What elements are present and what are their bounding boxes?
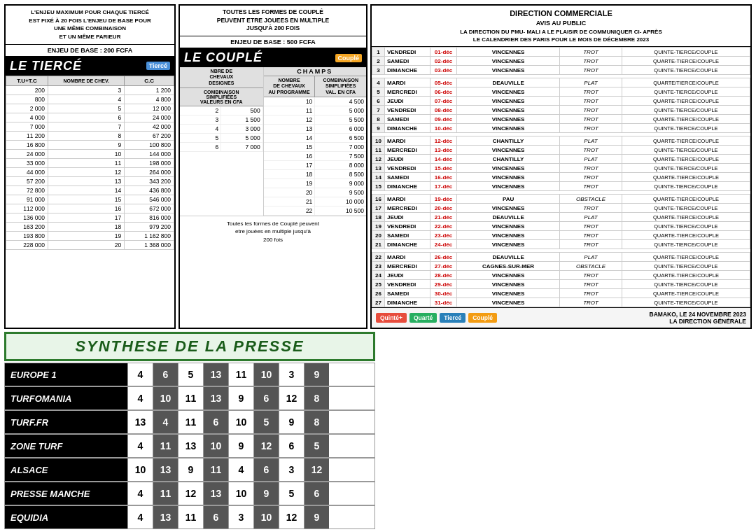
- table-cell: 14: [264, 134, 316, 142]
- table-cell: 3: [48, 85, 124, 94]
- table-cell: DEAUVILLE: [457, 253, 560, 262]
- table-cell: VINCENNES: [457, 66, 560, 75]
- table-cell: 06-déc: [430, 88, 457, 97]
- table-cell: 7 000: [315, 143, 366, 151]
- table-cell: SAMEDI: [385, 57, 430, 66]
- bottom-panels: SYNTHESE DE LA PRESSE EUROPE 14651311103…: [4, 332, 752, 529]
- table-cell: 20: [264, 188, 316, 197]
- table-cell: TROT: [560, 97, 622, 106]
- table-cell: 17: [48, 213, 124, 222]
- table-row: 13VENDREDI15-décVINCENNESTROTQUINTE-TIER…: [372, 164, 750, 173]
- list-item: 209 500: [264, 188, 366, 197]
- main-container: L'ENJEU MAXIMUM POUR CHAQUE TIERCÉ EST F…: [0, 0, 756, 532]
- list-item: 2500: [180, 106, 263, 115]
- press-number: 10: [253, 506, 279, 528]
- table-row: 18JEUDI21-décDEAUVILLEPLATQUARTE-TIERCE/…: [372, 213, 750, 222]
- table-cell: MARDI: [385, 195, 430, 204]
- table-row: 21DIMANCHE24-décVINCENNESTROTQUINTE-TIER…: [372, 240, 750, 249]
- press-number: 10: [228, 411, 253, 433]
- couple-header: TOUTES LES FORMES DE COUPLÉ PEUVENT ETRE…: [180, 6, 366, 36]
- press-number: 9: [253, 482, 279, 505]
- table-cell: 816 000: [125, 213, 174, 222]
- table-cell: QUINTE-TIERCE/COUPLE: [622, 66, 750, 75]
- table-cell: TROT: [560, 240, 622, 249]
- table-cell: PLAT: [560, 136, 622, 146]
- table-row: 4MARDI05-décDEAUVILLEPLATQUARTE/TIERCE/C…: [372, 78, 750, 88]
- table-cell: 11: [264, 106, 316, 115]
- table-row: 19VENDREDI22-décVINCENNESTROTQUINTE-TIER…: [372, 222, 750, 231]
- synthese-box: SYNTHESE DE LA PRESSE: [4, 332, 375, 361]
- table-cell: 5: [180, 134, 221, 142]
- table-cell: 6 000: [315, 125, 366, 133]
- table-cell: DIMANCHE: [385, 124, 430, 133]
- table-row: 25VENDREDI29-décVINCENNESTROTQUINTE-TIER…: [372, 280, 750, 289]
- table-cell: 9 500: [315, 188, 366, 197]
- tierc-header: L'ENJEU MAXIMUM POUR CHAQUE TIERCÉ EST F…: [6, 6, 174, 45]
- couple-val-header: COMBINAISONSIMPLIFIÉESVAL. EN CFA: [315, 76, 366, 97]
- table-cell: DIMANCHE: [385, 298, 430, 307]
- table-cell: 14: [48, 186, 124, 195]
- table-cell: 19: [264, 179, 316, 188]
- table-cell: 10: [372, 136, 385, 146]
- table-cell: 19-déc: [430, 195, 457, 204]
- table-cell: 7 000: [221, 143, 262, 151]
- table-cell: 800: [6, 94, 48, 104]
- table-cell: QUARTE-TIERCE/COUPLE: [622, 213, 750, 222]
- table-cell: QUARTE-TIERCE/COUPLE: [622, 195, 750, 204]
- synthese-title: SYNTHESE DE LA PRESSE: [75, 337, 304, 355]
- table-cell: CHANTILLY: [457, 155, 560, 164]
- table-row: 15DIMANCHE17-décVINCENNESTROTQUINTE-TIER…: [372, 182, 750, 191]
- table-cell: 21: [264, 197, 316, 206]
- table-cell: VENDREDI: [385, 222, 430, 231]
- table-cell: 6: [372, 97, 385, 106]
- table-cell: 26-déc: [430, 253, 457, 262]
- press-number: 10: [127, 458, 153, 481]
- table-cell: VINCENNES: [457, 298, 560, 307]
- table-cell: 01-déc: [430, 48, 457, 57]
- press-section: SYNTHESE DE LA PRESSE EUROPE 14651311103…: [4, 332, 375, 529]
- table-cell: QUINTE-TIERCE/COUPLE: [622, 240, 750, 249]
- press-number: 13: [203, 482, 228, 505]
- press-number: 13: [203, 363, 228, 386]
- table-cell: 57 200: [6, 176, 48, 186]
- press-number: 12: [178, 482, 203, 505]
- table-cell: 8 000: [315, 161, 366, 169]
- table-cell: 12: [372, 155, 385, 164]
- press-number: 4: [127, 506, 153, 528]
- table-cell: TROT: [560, 280, 622, 289]
- table-cell: VINCENNES: [457, 280, 560, 289]
- press-number: 3: [279, 458, 304, 481]
- couple-enjeu: ENJEU DE BASE : 500 FCFA: [180, 36, 366, 48]
- couple-nbre-header: NBRE DECHEVAUXDESIGNES: [180, 67, 263, 88]
- table-cell: 1 500: [221, 115, 262, 124]
- couple-sub-headers: NOMBREDE CHEVAUXAU PROGRAMME COMBINAISON…: [264, 76, 366, 97]
- table-cell: 1 368 000: [125, 240, 174, 249]
- direction-desc2: LE CALENDRIER DES PARIS POUR LE MOIS DE …: [374, 36, 748, 43]
- table-row: 17MERCREDI20-décVINCENNESTROTQUINTE-TIER…: [372, 204, 750, 213]
- direction-panel: DIRECTION COMMERCIALE AVIS AU PUBLIC LA …: [370, 4, 752, 329]
- list-item: 146 500: [264, 134, 366, 143]
- table-cell: TROT: [560, 88, 622, 97]
- table-cell: MERCREDI: [385, 262, 430, 271]
- table-cell: 12 000: [125, 104, 174, 113]
- table-row: 1VENDREDI01-décVINCENNESTROTQUINTE-TIERC…: [372, 48, 750, 57]
- table-cell: 20: [48, 240, 124, 249]
- list-item: 125 500: [264, 115, 366, 125]
- table-cell: 13-déc: [430, 146, 457, 155]
- champs-header: CHAMPS: [264, 67, 366, 76]
- couple-footer: Toutes les formes de Couplé peuvent etre…: [180, 216, 366, 247]
- top-row: L'ENJEU MAXIMUM POUR CHAQUE TIERCÉ EST F…: [4, 4, 752, 329]
- table-cell: QUINTE-TIERCE/COUPLE: [622, 222, 750, 231]
- press-number: 9: [228, 387, 253, 410]
- direction-date: BAMAKO, LE 24 NOVEMBRE 2023 LA DIRECTION…: [650, 311, 746, 325]
- table-cell: 72 800: [6, 186, 48, 195]
- table-cell: 3 000: [221, 125, 262, 133]
- table-cell: 31-déc: [430, 298, 457, 307]
- table-cell: VINCENNES: [457, 88, 560, 97]
- table-cell: VENDREDI: [385, 48, 430, 57]
- table-cell: 144 000: [125, 149, 174, 158]
- table-cell: 672 000: [125, 204, 174, 213]
- table-row: 14SAMEDI16-décVINCENNESTROTQUARTE-TIERCE…: [372, 173, 750, 182]
- table-cell: 24 000: [6, 149, 48, 158]
- table-cell: 27-déc: [430, 262, 457, 271]
